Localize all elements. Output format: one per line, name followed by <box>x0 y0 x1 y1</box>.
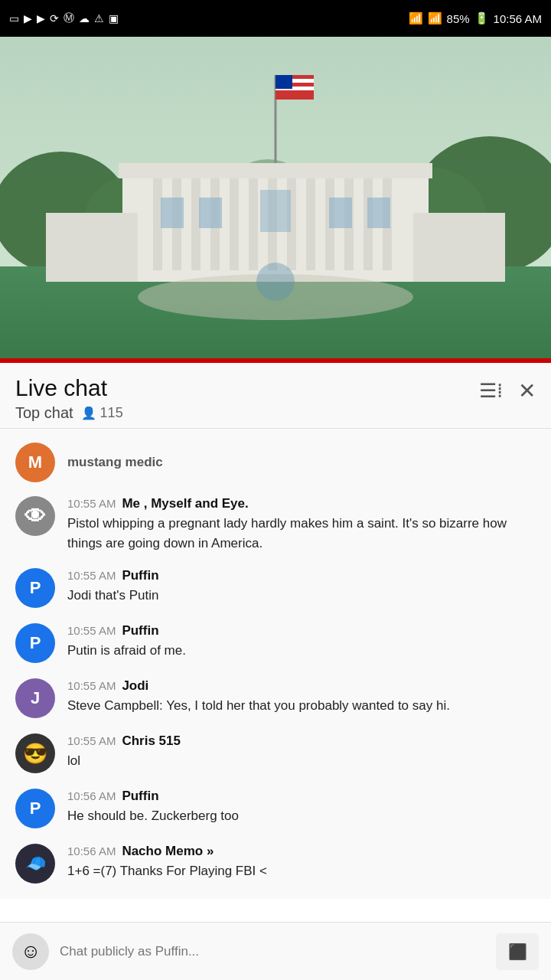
svg-rect-35 <box>276 75 292 89</box>
close-icon[interactable]: ✕ <box>518 378 536 403</box>
avatar: 🧢 <box>15 844 55 884</box>
youtube-icon2: ▶ <box>37 12 45 24</box>
chat-text: Steve Campbell: Yes, I told her that you… <box>67 696 536 716</box>
chat-input[interactable] <box>60 933 485 970</box>
emoji-icon: ☺ <box>21 939 41 963</box>
chat-time: 10:56 AM <box>67 789 116 802</box>
chat-message-content: 10:56 AM Puffin He should be. Zuckerberg… <box>67 789 536 826</box>
svg-rect-16 <box>306 178 315 270</box>
chat-username: Chris 515 <box>122 733 181 749</box>
chat-time: 10:56 AM <box>67 844 116 858</box>
live-chat-title: Live chat <box>15 375 123 401</box>
chat-time: 10:55 AM <box>67 679 116 692</box>
chat-message-content: 10:55 AM Chris 515 lol <box>67 733 536 771</box>
signal-icon: 📶 <box>428 11 442 25</box>
truncated-username: mustang medic <box>67 455 163 470</box>
chat-username: Me , Myself and Eye. <box>122 496 248 511</box>
video-player[interactable] <box>0 37 551 358</box>
chat-text: Pistol whipping a pregnant lady hardly m… <box>67 514 536 553</box>
status-bar: ▭ ▶ ▶ ⟳ Ⓜ ☁ ⚠ ▣ 📶 📶 85% 🔋 10:56 AM <box>0 0 551 37</box>
svg-rect-28 <box>413 213 505 282</box>
settings-icon[interactable]: ☰⁞ <box>479 379 503 403</box>
list-item: 😎 10:55 AM Chris 515 lol <box>0 726 551 781</box>
svg-rect-34 <box>276 90 314 94</box>
battery-level: 85% <box>447 12 470 25</box>
chat-text: lol <box>67 751 536 771</box>
chat-username: Puffin <box>122 568 158 583</box>
battery-icon: 🔋 <box>474 11 489 25</box>
avatar: 😎 <box>15 733 55 773</box>
list-item: P 10:55 AM Puffin Jodi that's Putin <box>0 560 551 616</box>
chat-text: He should be. Zuckerberg too <box>67 806 536 826</box>
warning-icon: ⚠ <box>94 12 104 24</box>
svg-rect-24 <box>260 190 291 232</box>
avatar: 👁 <box>15 496 55 536</box>
image-icon: ▣ <box>109 12 119 24</box>
send-button[interactable]: ⬛ <box>496 933 539 970</box>
sync-icon: ⟳ <box>50 12 59 24</box>
chat-messages: M mustang medic 👁 10:55 AM Me , Myself a… <box>0 429 551 899</box>
svg-rect-13 <box>249 178 258 270</box>
chat-username: Jodi <box>122 678 148 694</box>
chat-message-content: 10:55 AM Puffin Putin is afraid of me. <box>67 623 536 661</box>
chat-username: Puffin <box>122 623 158 639</box>
list-item: J 10:55 AM Jodi Steve Campbell: Yes, I t… <box>0 671 551 726</box>
svg-rect-21 <box>119 163 432 178</box>
svg-rect-26 <box>367 198 390 228</box>
chat-header: Live chat Top chat 👤 115 ☰⁞ ✕ <box>0 363 551 429</box>
svg-rect-25 <box>329 198 352 228</box>
chat-time: 10:55 AM <box>67 624 116 637</box>
chat-message-content: 10:55 AM Me , Myself and Eye. Pistol whi… <box>67 496 536 553</box>
avatar: J <box>15 678 55 718</box>
wifi-icon: 📶 <box>409 11 423 25</box>
meta-icon: Ⓜ <box>64 11 74 25</box>
svg-rect-27 <box>46 213 138 282</box>
avatar: P <box>15 568 55 608</box>
cloud-icon: ☁ <box>79 12 90 24</box>
chat-text: Jodi that's Putin <box>67 586 536 606</box>
file-icon: ▭ <box>9 12 19 24</box>
chat-input-bar: ☺ ⬛ <box>0 922 551 980</box>
svg-rect-22 <box>161 198 184 228</box>
top-chat-label[interactable]: Top chat <box>15 404 73 422</box>
list-item: 🧢 10:56 AM Nacho Memo » 1+6 =(7) Thanks … <box>0 836 551 891</box>
list-item: P 10:55 AM Puffin Putin is afraid of me. <box>0 616 551 671</box>
chat-username: Nacho Memo » <box>122 844 214 859</box>
avatar: P <box>15 789 55 828</box>
viewer-icon: 👤 <box>81 406 96 420</box>
list-item: P 10:56 AM Puffin He should be. Zuckerbe… <box>0 781 551 836</box>
chat-message-content: 10:56 AM Nacho Memo » 1+6 =(7) Thanks Fo… <box>67 844 536 881</box>
svg-rect-12 <box>230 178 239 270</box>
chat-text: 1+6 =(7) Thanks For Playing FBI < <box>67 861 536 881</box>
chat-time: 10:55 AM <box>67 497 116 510</box>
avatar: P <box>15 623 55 663</box>
list-item: 👁 10:55 AM Me , Myself and Eye. Pistol w… <box>0 488 551 560</box>
send-icon: ⬛ <box>508 942 527 961</box>
chat-message-content: 10:55 AM Puffin Jodi that's Putin <box>67 568 536 606</box>
chat-message-content: 10:55 AM Jodi Steve Campbell: Yes, I tol… <box>67 678 536 716</box>
list-item: M mustang medic <box>0 436 551 488</box>
emoji-button[interactable]: ☺ <box>12 933 49 970</box>
viewer-count: 115 <box>100 405 123 421</box>
notification-icons: ▭ ▶ ▶ ⟳ Ⓜ ☁ ⚠ ▣ <box>9 11 119 25</box>
youtube-icon: ▶ <box>24 12 32 24</box>
clock: 10:56 AM <box>494 12 542 25</box>
avatar: M <box>15 443 55 482</box>
chat-username: Puffin <box>122 789 158 804</box>
chat-time: 10:55 AM <box>67 569 116 582</box>
chat-time: 10:55 AM <box>67 734 116 747</box>
chat-text: Putin is afraid of me. <box>67 641 536 661</box>
svg-point-37 <box>256 263 295 301</box>
status-right: 📶 📶 85% 🔋 10:56 AM <box>409 11 542 25</box>
svg-rect-23 <box>199 198 222 228</box>
